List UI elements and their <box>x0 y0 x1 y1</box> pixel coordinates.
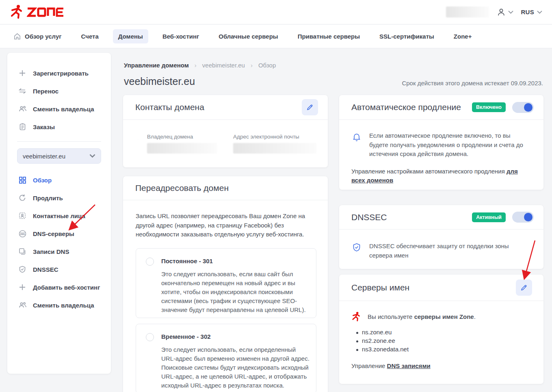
nameserver-item: ns3.zonedata.net <box>356 346 532 353</box>
sidebar-item-change-owner[interactable]: Сменить владельца <box>7 100 111 118</box>
card-title: Серверы имен <box>351 283 409 292</box>
sidebar-item-label: Добавить веб-хостинг <box>33 284 100 291</box>
radio-permanent-301[interactable] <box>146 258 154 266</box>
dnssec-toggle[interactable] <box>512 212 534 223</box>
sidebar-item-contacts[interactable]: Контактные лица <box>7 207 111 225</box>
records-icon <box>18 247 27 256</box>
pencil-icon <box>520 284 528 291</box>
email-label: Адрес электронной почты <box>233 134 316 140</box>
owner-column: Владелец домена <box>147 134 217 154</box>
sidebar-item-transfer[interactable]: Перенос <box>7 82 111 100</box>
nav-label: Веб-хостинг <box>162 33 199 40</box>
toggle-knob <box>524 103 533 112</box>
zone-logo[interactable] <box>10 4 64 20</box>
sidebar-item-dns-servers[interactable]: DNS DNS-серверы <box>7 225 111 243</box>
auto-renewal-description: Если автоматическое продление включено, … <box>369 131 528 159</box>
svg-text:DNS: DNS <box>20 232 25 235</box>
card-title: Контакты домена <box>135 102 204 112</box>
redirect-option-301: Постоянное - 301 Это следует использоват… <box>136 248 316 318</box>
breadcrumb-overview[interactable]: Обзор <box>258 62 276 69</box>
auto-renewal-footer: Управление настройками автоматического п… <box>351 167 530 185</box>
intro-suffix: . <box>474 313 476 320</box>
nameserver-item: ns.zone.eu <box>356 329 532 336</box>
users-icon <box>18 104 27 113</box>
home-icon <box>13 32 21 40</box>
edit-contacts-button[interactable] <box>302 99 318 115</box>
nav-webhosting[interactable]: Веб-хостинг <box>157 29 204 43</box>
sidebar-item-add-webhosting[interactable]: Добавить веб-хостинг <box>7 278 111 296</box>
status-badge: Включено <box>472 102 506 112</box>
auto-renewal-card: Автоматическое продление Включено Если а… <box>339 95 543 190</box>
nav-label: Счета <box>81 33 99 40</box>
dnssec-description: DNSSEC обеспечивает защиту от подделки з… <box>369 242 532 260</box>
edit-nameservers-button[interactable] <box>516 279 532 296</box>
domain-selector-value: veebimeister.eu <box>23 153 65 160</box>
zone-wordmark <box>27 7 64 17</box>
domain-contacts-card: Контакты домена Владелец домена Адр <box>123 95 328 167</box>
sidebar-item-register[interactable]: Зарегистрировать <box>7 64 111 82</box>
nameservers-card: Серверы имен Вы используете серверы имен… <box>339 275 543 384</box>
auto-renewal-toggle[interactable] <box>512 102 534 113</box>
card-title: Переадресовать домен <box>135 183 229 193</box>
nav-cloud-servers[interactable]: Облачные серверы <box>213 29 283 43</box>
language-label: RUS <box>521 9 534 15</box>
footer-text: Управление настройками автоматического п… <box>351 168 507 175</box>
owner-value-redacted <box>147 143 217 154</box>
nameservers-footer: Управление DNS записями <box>351 362 532 371</box>
dnssec-card: DNSSEC Активный DNSSEC обеспечивает защи… <box>339 205 543 269</box>
intro-prefix: Вы используете <box>368 313 414 320</box>
grid-icon <box>18 175 27 184</box>
status-badge: Активный <box>472 212 506 222</box>
zone-runner-icon <box>10 4 24 20</box>
pencil-icon <box>306 104 314 111</box>
shield-check-icon <box>18 265 27 274</box>
nav-services-overview[interactable]: Обзор услуг <box>8 29 67 44</box>
sidebar-item-label: Сменить владельца <box>33 106 94 113</box>
sidebar-item-overview[interactable]: Обзор <box>7 171 111 189</box>
language-selector[interactable]: RUS <box>521 9 542 15</box>
redirect-domain-card: Переадресовать домен Запись URL позволяе… <box>123 176 328 392</box>
radio-temporary-302[interactable] <box>146 333 154 341</box>
redirect-option-302: Временное - 302 Это следует использовать… <box>136 324 316 392</box>
users-icon <box>18 301 27 310</box>
account-name-redacted <box>446 6 489 17</box>
nav-label: SSL-сертификаты <box>379 33 434 40</box>
sidebar-item-orders[interactable]: Заказы <box>7 118 111 136</box>
breadcrumb-domain-management[interactable]: Управление доменом <box>124 62 189 69</box>
sidebar-item-renew[interactable]: Продлить <box>7 189 111 207</box>
nav-private-servers[interactable]: Приватные серверы <box>292 29 365 43</box>
sidebar-item-dns-records[interactable]: Записи DNS <box>7 243 111 260</box>
nav-invoices[interactable]: Счета <box>76 29 104 43</box>
account-menu[interactable] <box>496 7 513 17</box>
sidebar-item-change-owner-2[interactable]: Сменить владельца <box>7 296 111 314</box>
nav-ssl-certificates[interactable]: SSL-сертификаты <box>374 29 439 43</box>
sidebar-item-label: Продлить <box>33 195 63 201</box>
nav-label: Обзор услуг <box>25 33 62 40</box>
plus-icon <box>18 69 27 78</box>
email-value-redacted <box>233 143 316 154</box>
dns-records-link[interactable]: DNS записями <box>387 362 431 369</box>
card-title: Автоматическое продление <box>351 102 461 112</box>
sidebar: Зарегистрировать Перенос Сменить владель… <box>7 53 111 374</box>
sidebar-item-label: Записи DNS <box>33 248 69 255</box>
sidebar-divider <box>17 141 101 142</box>
chevron-down-icon <box>537 11 542 14</box>
bell-icon <box>351 131 362 159</box>
sidebar-item-label: Обзор <box>33 177 52 184</box>
option-301-description: Это следует использовать, если ваш сайт … <box>161 270 310 315</box>
sidebar-item-label: DNSSEC <box>33 266 58 273</box>
sidebar-item-dnssec[interactable]: DNSSEC <box>7 260 111 278</box>
nav-zone-plus[interactable]: Zone+ <box>448 29 477 43</box>
toggle-knob <box>524 213 533 221</box>
transfer-arrows-icon <box>18 87 27 95</box>
nav-label: Приватные серверы <box>298 33 360 40</box>
page: RUS Обзор услуг Счета Домены Веб-хостинг… <box>0 0 552 392</box>
nameservers-intro: Вы используете серверы имен Zone. <box>368 312 476 322</box>
breadcrumb-domain[interactable]: veebimeister.eu <box>202 62 245 69</box>
nav-label: Домены <box>118 33 143 40</box>
breadcrumb: Управление доменом › veebimeister.eu › О… <box>124 62 276 69</box>
sidebar-item-label: Зарегистрировать <box>33 70 89 77</box>
intro-bold: серверы имен Zone <box>414 313 474 320</box>
nav-domains[interactable]: Домены <box>113 29 148 43</box>
domain-selector[interactable]: veebimeister.eu <box>17 148 101 164</box>
